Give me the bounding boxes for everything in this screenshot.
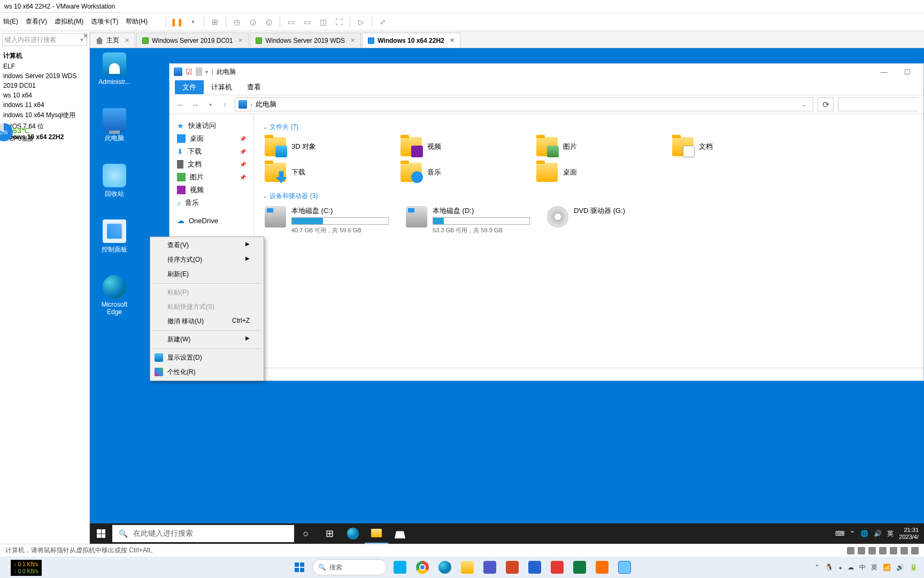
tree-my-computer[interactable]: 计算机: [1, 50, 88, 62]
minimize-button[interactable]: —: [876, 68, 891, 76]
nav-forward-button[interactable]: →: [190, 100, 201, 109]
device-display-icon[interactable]: [911, 547, 919, 554]
host-start-button[interactable]: [290, 558, 309, 577]
view-console-icon[interactable]: ▭: [302, 17, 312, 27]
nav-up-button[interactable]: ↑: [220, 100, 230, 109]
tray-chevron-icon[interactable]: ⌃: [850, 530, 855, 537]
nav-downloads[interactable]: ⬇下载📌: [173, 145, 250, 158]
close-icon[interactable]: ✕: [350, 37, 355, 44]
host-search-input[interactable]: 🔍搜索: [312, 559, 387, 575]
ime-lang[interactable]: 中: [859, 563, 866, 572]
ribbon-tab-view[interactable]: 查看: [240, 80, 268, 94]
tree-item[interactable]: 2019 DC01: [1, 81, 88, 90]
taskbar-explorer[interactable]: [458, 558, 477, 577]
ime-mode[interactable]: 英: [871, 563, 877, 572]
drive-d[interactable]: 本地磁盘 (D:) 53.3 GB 可用，共 59.9 GB: [404, 204, 532, 237]
maximize-button[interactable]: ☐: [900, 68, 915, 76]
taskbar-vmware[interactable]: [592, 558, 612, 577]
tree-item[interactable]: ELF: [1, 62, 88, 71]
tab-home[interactable]: 主页 ✕: [90, 33, 135, 48]
nav-back-button[interactable]: ←: [175, 100, 186, 109]
ctx-display-settings[interactable]: 显示设置(D): [151, 351, 263, 365]
ctx-personalize[interactable]: 个性化(R): [151, 365, 263, 379]
ime-lang[interactable]: 英: [887, 529, 894, 538]
desktop-icon-edge[interactable]: Microsoft Edge: [95, 275, 134, 316]
taskbar-app[interactable]: [480, 558, 499, 577]
panel-close-icon[interactable]: ✕: [83, 32, 88, 40]
doc-icon[interactable]: [196, 67, 202, 76]
refresh-button[interactable]: ⟳: [818, 97, 834, 111]
menu-help[interactable]: 帮助(H): [126, 17, 148, 26]
nav-documents[interactable]: 文档📌: [173, 158, 250, 171]
folder-music[interactable]: 音乐: [398, 161, 521, 184]
device-hdd-icon[interactable]: [847, 547, 854, 554]
menu-edit[interactable]: 辑(E): [3, 17, 18, 26]
tree-item[interactable]: indows 10 x64 Mysql使用: [1, 110, 88, 121]
tree-item[interactable]: ws 10 x64: [1, 90, 88, 100]
addr-dropdown-icon[interactable]: ⌄: [799, 102, 810, 108]
send-ctrl-alt-del-icon[interactable]: ⊞: [210, 17, 220, 27]
taskbar-edge[interactable]: [341, 523, 365, 544]
taskbar-chrome[interactable]: [413, 558, 432, 577]
device-cd-icon[interactable]: [858, 547, 865, 554]
taskbar-notepad[interactable]: [615, 558, 634, 577]
explorer-search-input[interactable]: [838, 97, 918, 111]
view-single-icon[interactable]: ▭: [286, 17, 296, 27]
qat-dropdown-icon[interactable]: ▾: [205, 69, 209, 75]
nav-onedrive[interactable]: ☁OneDrive: [173, 215, 250, 226]
ribbon-tab-computer[interactable]: 计算机: [204, 80, 240, 94]
taskbar-app[interactable]: [548, 558, 567, 577]
close-icon[interactable]: ✕: [450, 37, 455, 44]
stretch-icon[interactable]: ⤢: [378, 17, 388, 27]
library-search-input[interactable]: 键入内容进行搜索 ▼: [2, 33, 87, 46]
address-bar[interactable]: › 此电脑 ⌄: [235, 97, 813, 111]
device-net-icon[interactable]: [868, 547, 876, 554]
view-fullscreen-icon[interactable]: ⛶: [334, 17, 344, 27]
ctx-undo[interactable]: 撤消 移动(U)Ctrl+Z: [151, 314, 263, 329]
folder-desktop[interactable]: 桌面: [534, 161, 657, 184]
nav-quick-access[interactable]: ★快速访问: [173, 119, 250, 132]
start-button[interactable]: [90, 523, 112, 544]
snapshot-revert-icon[interactable]: ◶: [248, 17, 258, 27]
section-folders[interactable]: 文件夹 (7): [263, 123, 915, 132]
tray-qq-icon[interactable]: 🐧: [825, 564, 833, 571]
folder-pictures[interactable]: 图片: [534, 135, 657, 158]
nav-videos[interactable]: 视频: [173, 184, 250, 196]
taskbar-app[interactable]: [525, 558, 544, 577]
folder-downloads[interactable]: 下载: [263, 161, 386, 184]
ribbon-tab-file[interactable]: 文件: [175, 80, 204, 94]
tray-app-icon[interactable]: ⬥: [838, 564, 842, 571]
clock[interactable]: 21:31 2023/4/: [899, 527, 919, 541]
drive-c[interactable]: 本地磁盘 (C:) 40.7 GB 可用，共 59.6 GB: [263, 204, 391, 237]
desktop-icon-recycle[interactable]: 回收站: [95, 164, 134, 199]
folder-documents[interactable]: 文档: [670, 135, 793, 158]
tab-dc01[interactable]: Windows Server 2019 DC01 ✕: [136, 33, 249, 48]
task-view-button[interactable]: ⊞: [318, 523, 341, 544]
wifi-icon[interactable]: 📶: [883, 564, 891, 571]
guest-vm-screen[interactable]: Administr... 此电脑 回收站 控制面板 Microsoft Edge…: [90, 48, 924, 544]
tab-win10[interactable]: Windows 10 x64 22H2 ✕: [362, 33, 460, 48]
snapshot-manage-icon[interactable]: ◵: [264, 17, 274, 27]
volume-icon[interactable]: 🔊: [874, 530, 882, 537]
menu-view[interactable]: 查看(V): [26, 17, 47, 26]
dropdown-icon[interactable]: ▼: [188, 17, 198, 27]
device-printer-icon[interactable]: [900, 547, 908, 554]
nav-desktop[interactable]: 桌面📌: [173, 132, 250, 145]
nav-history-button[interactable]: ▾: [205, 102, 215, 108]
nav-pictures[interactable]: 图片📌: [173, 171, 250, 184]
close-icon[interactable]: ✕: [238, 37, 243, 44]
snapshot-icon[interactable]: ◷: [232, 17, 242, 27]
taskbar-explorer[interactable]: [365, 523, 388, 544]
explorer-titlebar[interactable]: ☑ ▾ | 此电脑 — ☐: [170, 64, 923, 80]
battery-icon[interactable]: 🔋: [910, 564, 918, 571]
taskbar-store[interactable]: [388, 523, 412, 544]
close-icon[interactable]: ✕: [125, 37, 129, 44]
desktop-icon-user[interactable]: Administr...: [95, 52, 134, 86]
device-sound-icon[interactable]: [890, 547, 897, 554]
tray-chevron-icon[interactable]: ⌃: [814, 564, 820, 571]
cortana-button[interactable]: ○: [294, 523, 318, 544]
device-usb-icon[interactable]: [879, 547, 887, 554]
folder-videos[interactable]: 视频: [398, 135, 521, 158]
taskbar-search-input[interactable]: 🔍 在此键入进行搜索: [112, 525, 294, 542]
section-drives[interactable]: 设备和驱动器 (3): [263, 192, 915, 201]
